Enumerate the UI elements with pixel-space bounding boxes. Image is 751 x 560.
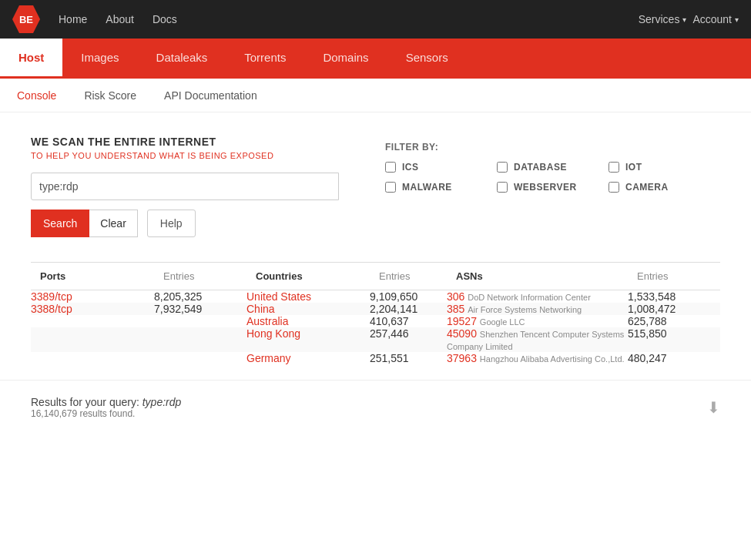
clear-button[interactable]: Clear (89, 210, 137, 237)
footer-count: 16,140,679 results found. (31, 408, 181, 419)
col-countries-header: Countries (246, 263, 370, 290)
filter-malware-label: MALWARE (402, 182, 452, 193)
tab-sensors[interactable]: Sensors (387, 39, 467, 79)
search-input[interactable] (31, 173, 339, 200)
filter-camera-label: CAMERA (625, 182, 669, 193)
row-3-country-entries: 257,446 (370, 327, 447, 352)
services-menu[interactable]: Services ▾ (639, 13, 687, 25)
row-4-asn[interactable]: 37963 Hangzhou Alibaba Advertising Co.,L… (447, 352, 628, 364)
filter-webserver-checkbox[interactable] (497, 182, 508, 193)
row-2-country[interactable]: Australia (246, 315, 370, 327)
account-label: Account (692, 13, 732, 25)
filter-malware-checkbox[interactable] (385, 182, 396, 193)
row-4-country-entries: 251,551 (370, 352, 447, 364)
account-menu[interactable]: Account ▾ (692, 13, 739, 25)
filter-section: FILTER BY: ICS DATABASE IOT MALWARE (385, 136, 720, 237)
filter-camera-checkbox[interactable] (609, 182, 619, 193)
tab-host[interactable]: Host (0, 39, 62, 79)
row-4-port-entries (154, 352, 246, 364)
col-ports-entries-header: Entries (154, 263, 246, 290)
nav-links: Home About Docs (59, 13, 639, 25)
filter-malware[interactable]: MALWARE (385, 182, 497, 193)
tab-torrents[interactable]: Torrents (226, 39, 304, 79)
footer: Results for your query: type:rdp 16,140,… (0, 380, 751, 434)
sub-nav: Console Risk Score API Documentation (0, 79, 751, 112)
footer-query-value: type:rdp (142, 396, 182, 408)
filter-webserver[interactable]: WEBSERVER (497, 182, 609, 193)
help-button[interactable]: Help (147, 210, 196, 237)
services-label: Services (639, 13, 680, 25)
row-3-asn-entries: 515,850 (628, 327, 720, 352)
search-headline: WE SCAN THE ENTIRE INTERNET (31, 136, 339, 148)
nav-right: Services ▾ Account ▾ (639, 13, 739, 25)
col-ports-header: Ports (31, 263, 154, 290)
subnav-risk-score[interactable]: Risk Score (82, 89, 138, 102)
filter-iot-label: IOT (625, 162, 642, 173)
nav-about[interactable]: About (106, 13, 134, 25)
subnav-console[interactable]: Console (15, 89, 58, 102)
account-chevron-icon: ▾ (735, 15, 739, 24)
row-0-port[interactable]: 3389/tcp (31, 290, 154, 303)
col-asns-entries-header: Entries (628, 263, 720, 290)
row-2-country-entries: 410,637 (370, 315, 447, 327)
subnav-api-docs[interactable]: API Documentation (163, 89, 259, 102)
row-0-port-entries: 8,205,325 (154, 290, 246, 303)
row-1-asn[interactable]: 385 Air Force Systems Networking (447, 303, 628, 315)
tab-bar: Host Images Dataleaks Torrents Domains S… (0, 39, 751, 79)
row-0-asn-entries: 1,533,548 (628, 290, 720, 303)
row-3-country[interactable]: Hong Kong (246, 327, 370, 352)
filter-grid: ICS DATABASE IOT MALWARE WEBSERVER (385, 162, 720, 193)
col-asns-header: ASNs (447, 263, 628, 290)
nav-home[interactable]: Home (59, 13, 87, 25)
filter-label: FILTER BY: (385, 142, 720, 153)
tab-images[interactable]: Images (62, 39, 137, 79)
row-2-asn[interactable]: 19527 Google LLC (447, 315, 628, 327)
filter-ics-label: ICS (402, 162, 419, 173)
tab-dataleaks[interactable]: Dataleaks (138, 39, 226, 79)
data-table: Ports Entries Countries Entries ASNs Ent… (31, 262, 720, 364)
row-3-port-entries (154, 327, 246, 352)
row-4-country[interactable]: Germany (246, 352, 370, 364)
search-button[interactable]: Search (31, 210, 89, 237)
filter-database-checkbox[interactable] (497, 162, 508, 173)
search-section: WE SCAN THE ENTIRE INTERNET TO HELP YOU … (31, 136, 720, 237)
filter-iot[interactable]: IOT (609, 162, 720, 173)
download-icon[interactable]: ⬇ (707, 398, 720, 417)
row-0-country[interactable]: United States (246, 290, 370, 303)
main-content: WE SCAN THE ENTIRE INTERNET TO HELP YOU … (0, 112, 751, 380)
row-1-port-entries: 7,932,549 (154, 303, 246, 315)
row-3-port (31, 327, 154, 352)
row-2-asn-entries: 625,788 (628, 315, 720, 327)
filter-ics-checkbox[interactable] (385, 162, 396, 173)
footer-query-text: Results for your query: type:rdp (31, 396, 181, 408)
row-0-country-entries: 9,109,650 (370, 290, 447, 303)
row-4-port (31, 352, 154, 364)
col-countries-entries-header: Entries (370, 263, 447, 290)
row-1-port[interactable]: 3388/tcp (31, 303, 154, 315)
filter-webserver-label: WEBSERVER (514, 182, 577, 193)
logo: BE (12, 5, 40, 33)
filter-iot-checkbox[interactable] (609, 162, 619, 173)
search-input-row (31, 173, 339, 200)
row-1-country-entries: 2,204,141 (370, 303, 447, 315)
search-left: WE SCAN THE ENTIRE INTERNET TO HELP YOU … (31, 136, 339, 237)
row-4-asn-entries: 480,247 (628, 352, 720, 364)
filter-ics[interactable]: ICS (385, 162, 497, 173)
top-nav: BE Home About Docs Services ▾ Account ▾ (0, 0, 751, 39)
table-section: Ports Entries Countries Entries ASNs Ent… (31, 262, 720, 364)
filter-database-label: DATABASE (514, 162, 567, 173)
row-3-asn[interactable]: 45090 Shenzhen Tencent Computer Systems … (447, 327, 628, 352)
services-chevron-icon: ▾ (682, 15, 686, 24)
row-2-port (31, 315, 154, 327)
filter-camera[interactable]: CAMERA (609, 182, 720, 193)
tab-domains[interactable]: Domains (304, 39, 387, 79)
filter-database[interactable]: DATABASE (497, 162, 609, 173)
footer-results-prefix: Results for your query: (31, 396, 139, 408)
search-subheadline: TO HELP YOU UNDERSTAND WHAT IS BEING EXP… (31, 151, 339, 160)
row-2-port-entries (154, 315, 246, 327)
row-0-asn[interactable]: 306 DoD Network Information Center (447, 290, 628, 303)
row-1-asn-entries: 1,008,472 (628, 303, 720, 315)
nav-docs[interactable]: Docs (153, 13, 177, 25)
row-1-country[interactable]: China (246, 303, 370, 315)
